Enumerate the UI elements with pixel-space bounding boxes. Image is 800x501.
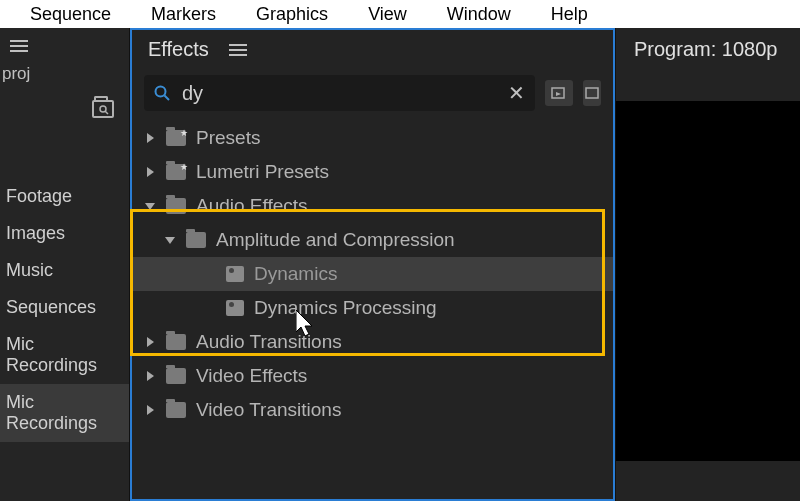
tree-label: Lumetri Presets xyxy=(196,161,329,183)
tree-label: Dynamics xyxy=(254,263,337,285)
tree-label: Presets xyxy=(196,127,260,149)
menu-view[interactable]: View xyxy=(368,4,407,25)
svg-marker-12 xyxy=(147,371,154,381)
panel-title: Effects xyxy=(148,38,209,61)
svg-marker-7 xyxy=(147,133,154,143)
svg-line-3 xyxy=(165,96,170,101)
tree-label: Dynamics Processing xyxy=(254,297,437,319)
tree-item-video-transitions[interactable]: Video Transitions xyxy=(132,393,613,427)
svg-rect-6 xyxy=(586,88,598,98)
menu-graphics[interactable]: Graphics xyxy=(256,4,328,25)
tree-item-video-effects[interactable]: Video Effects xyxy=(132,359,613,393)
preset-icon xyxy=(226,266,244,282)
project-name[interactable]: proj xyxy=(0,58,129,90)
menu-sequence[interactable]: Sequence xyxy=(30,4,111,25)
bin-item[interactable]: Mic Recordings xyxy=(0,326,129,384)
bin-item[interactable]: Mic Recordings xyxy=(0,384,129,442)
folder-icon xyxy=(166,198,186,214)
new-bin-icon[interactable] xyxy=(92,100,114,118)
preset-icon xyxy=(226,300,244,316)
tree-item-presets[interactable]: Presets xyxy=(132,121,613,155)
effects-tree: Presets Lumetri Presets Audio Effects Am… xyxy=(132,117,613,499)
chevron-right-icon xyxy=(144,166,156,178)
search-input[interactable] xyxy=(182,82,496,105)
folder-icon xyxy=(166,130,186,146)
more-button[interactable] xyxy=(583,80,601,106)
folder-icon xyxy=(186,232,206,248)
menu-markers[interactable]: Markers xyxy=(151,4,216,25)
chevron-right-icon xyxy=(144,132,156,144)
chevron-right-icon xyxy=(144,404,156,416)
svg-marker-11 xyxy=(147,337,154,347)
chevron-down-icon xyxy=(144,200,156,212)
tree-label: Audio Transitions xyxy=(196,331,342,353)
svg-marker-14 xyxy=(296,310,312,336)
program-title: Program: 1080p xyxy=(616,28,800,71)
bin-item[interactable]: Footage xyxy=(0,178,129,215)
chevron-right-icon xyxy=(144,336,156,348)
svg-marker-10 xyxy=(165,237,175,244)
app-menubar: Sequence Markers Graphics View Window He… xyxy=(0,0,800,28)
effects-panel: Effects ✕ Presets xyxy=(130,28,615,501)
chevron-down-icon xyxy=(164,234,176,246)
svg-line-1 xyxy=(105,111,108,114)
search-container: ✕ xyxy=(144,75,535,111)
folder-icon xyxy=(166,334,186,350)
preset-button[interactable] xyxy=(545,80,573,106)
program-monitor[interactable] xyxy=(616,101,800,461)
chevron-right-icon xyxy=(144,370,156,382)
folder-icon xyxy=(166,368,186,384)
folder-icon xyxy=(166,164,186,180)
project-panel: proj Footage Images Music Sequences Mic … xyxy=(0,28,130,501)
folder-icon xyxy=(166,402,186,418)
clear-search-icon[interactable]: ✕ xyxy=(508,81,525,105)
tree-label: Video Transitions xyxy=(196,399,341,421)
bin-item[interactable]: Sequences xyxy=(0,289,129,326)
effects-panel-menu-icon[interactable] xyxy=(229,44,247,56)
bin-item[interactable]: Images xyxy=(0,215,129,252)
tree-item-dynamics-processing[interactable]: Dynamics Processing xyxy=(132,291,613,325)
tree-item-lumetri-presets[interactable]: Lumetri Presets xyxy=(132,155,613,189)
tree-item-amplitude-compression[interactable]: Amplitude and Compression xyxy=(132,223,613,257)
search-icon xyxy=(154,85,170,101)
tree-label: Audio Effects xyxy=(196,195,308,217)
tree-label: Amplitude and Compression xyxy=(216,229,455,251)
menu-window[interactable]: Window xyxy=(447,4,511,25)
svg-marker-8 xyxy=(147,167,154,177)
menu-help[interactable]: Help xyxy=(551,4,588,25)
tree-item-audio-effects[interactable]: Audio Effects xyxy=(132,189,613,223)
svg-point-2 xyxy=(156,87,166,97)
tree-item-audio-transitions[interactable]: Audio Transitions xyxy=(132,325,613,359)
svg-marker-13 xyxy=(147,405,154,415)
tree-item-dynamics[interactable]: Dynamics xyxy=(132,257,613,291)
cursor-icon xyxy=(296,310,318,338)
bin-item[interactable]: Music xyxy=(0,252,129,289)
svg-marker-5 xyxy=(556,92,561,96)
program-panel: Program: 1080p xyxy=(615,28,800,501)
svg-marker-9 xyxy=(145,203,155,210)
panel-menu-icon[interactable] xyxy=(10,40,28,52)
tree-label: Video Effects xyxy=(196,365,307,387)
